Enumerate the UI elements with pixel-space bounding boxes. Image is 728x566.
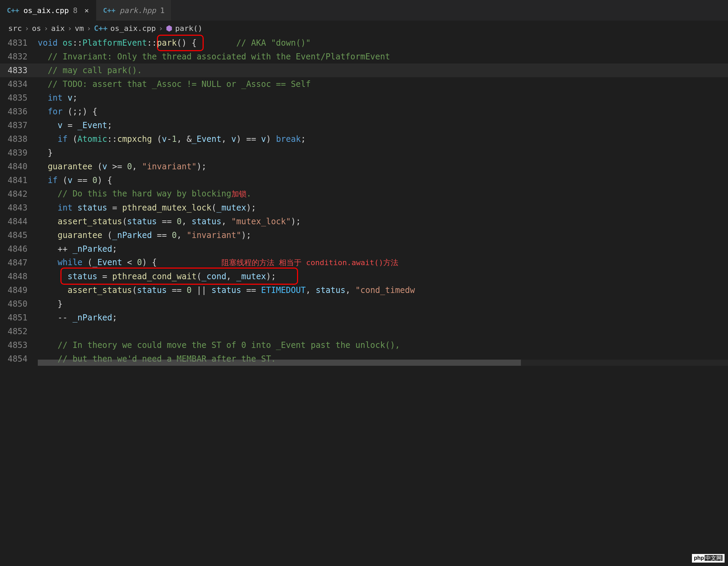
code-line[interactable]: 4843 int status = pthread_mutex_lock(_mu… xyxy=(0,201,728,215)
code-line[interactable]: 4846 ++ _nParked; xyxy=(0,242,728,256)
token: status xyxy=(316,285,345,295)
token: pthread_mutex_lock xyxy=(122,203,212,213)
token: int xyxy=(48,93,68,103)
code-line[interactable]: 4842 // Do this the hard way by blocking… xyxy=(0,187,728,201)
code-content[interactable]: status = pthread_cond_wait(_cond, _mutex… xyxy=(38,272,728,281)
code-line[interactable]: 4840 guarantee (v >= 0, "invariant"); xyxy=(0,160,728,173)
token: ); xyxy=(266,272,276,281)
code-line[interactable]: 4839 } xyxy=(0,146,728,160)
token: // Do this the hard way by blocking xyxy=(58,189,231,199)
code-content[interactable]: // may call park(). xyxy=(38,66,728,75)
code-content[interactable]: ++ _nParked; xyxy=(38,244,728,254)
breadcrumb-segment[interactable]: vm xyxy=(75,24,84,33)
token: if xyxy=(58,134,72,144)
breadcrumb-segment[interactable]: aix xyxy=(51,24,65,33)
code-line[interactable]: 4848 status = pthread_cond_wait(_cond, _… xyxy=(0,270,728,283)
code-content[interactable]: assert_status(status == 0, status, "mute… xyxy=(38,217,728,226)
code-line[interactable]: 4849 assert_status(status == 0 || status… xyxy=(0,283,728,297)
code-content[interactable]: for (;;) { xyxy=(38,107,728,116)
code-content[interactable]: assert_status(status == 0 || status == E… xyxy=(38,285,728,295)
line-number: 4836 xyxy=(0,107,38,116)
token: 1 xyxy=(172,134,177,144)
code-content[interactable]: // In theory we could move the ST of 0 i… xyxy=(38,340,728,350)
code-line[interactable]: 4844 assert_status(status == 0, status, … xyxy=(0,215,728,228)
token: status xyxy=(127,217,157,226)
code-line[interactable]: 4852 xyxy=(0,325,728,338)
breadcrumb-segment[interactable]: src xyxy=(8,24,22,33)
breadcrumb[interactable]: src›os›aix›vm›C++os_aix.cpp›⬢park() xyxy=(0,21,728,36)
code-content[interactable]: if (v == 0) { xyxy=(38,176,728,185)
line-number: 4851 xyxy=(0,313,38,322)
token: , xyxy=(221,217,231,226)
code-content[interactable]: int status = pthread_mutex_lock(_mutex); xyxy=(38,203,728,213)
horizontal-scrollbar[interactable] xyxy=(38,360,728,366)
code-content[interactable]: while (_Event < 0) { 阻塞线程的方法 相当于 conditi… xyxy=(38,258,728,268)
code-content[interactable]: guarantee (v >= 0, "invariant"); xyxy=(38,162,728,171)
code-content[interactable]: } xyxy=(38,299,728,309)
breadcrumb-file[interactable]: os_aix.cpp xyxy=(110,24,156,33)
tab-park-hpp[interactable]: C++park.hpp1 xyxy=(96,0,172,21)
tab-filename: park.hpp xyxy=(120,6,156,15)
token: ( xyxy=(212,203,216,213)
code-line[interactable]: 4834 // TODO: assert that _Assoc != NULL… xyxy=(0,77,728,91)
code-line[interactable]: 4833 // may call park(). xyxy=(0,64,728,77)
code-line[interactable]: 4853 // In theory we could move the ST o… xyxy=(0,338,728,352)
line-number: 4843 xyxy=(0,203,38,213)
token: ); xyxy=(246,203,256,213)
code-content[interactable]: // TODO: assert that _Assoc != NULL or _… xyxy=(38,79,728,89)
token: v xyxy=(231,134,236,144)
line-number: 4835 xyxy=(0,93,38,103)
code-editor[interactable]: 4831void os::PlatformEvent::park() { // … xyxy=(0,36,728,366)
code-content[interactable]: if (Atomic::cmpxchg (v-1, &_Event, v) ==… xyxy=(38,134,728,144)
token: // AKA "down()" xyxy=(236,38,311,48)
code-line[interactable]: 4836 for (;;) { xyxy=(0,105,728,118)
token: _Event xyxy=(192,134,221,144)
code-line[interactable]: 4850 } xyxy=(0,297,728,311)
code-line[interactable]: 4851 -- _nParked; xyxy=(0,311,728,325)
scrollbar-thumb[interactable] xyxy=(38,360,521,366)
code-content[interactable]: // Invariant: Only the thread associated… xyxy=(38,52,728,61)
chevron-right-icon: › xyxy=(87,24,91,33)
code-content[interactable]: v = _Event; xyxy=(38,121,728,130)
code-line[interactable]: 4845 guarantee (_nParked == 0, "invarian… xyxy=(0,228,728,242)
token: == xyxy=(157,217,177,226)
code-line[interactable]: 4832 // Invariant: Only the thread assoc… xyxy=(0,50,728,64)
token: 0 xyxy=(172,230,177,240)
close-icon[interactable]: × xyxy=(84,6,89,15)
token: ); xyxy=(291,217,301,226)
code-content[interactable]: guarantee (_nParked == 0, "invariant"); xyxy=(38,230,728,240)
code-line[interactable]: 4847 while (_Event < 0) { 阻塞线程的方法 相当于 co… xyxy=(0,256,728,270)
code-content[interactable]: } xyxy=(38,148,728,158)
code-content[interactable]: int v; xyxy=(38,93,728,103)
code-content[interactable] xyxy=(38,327,728,336)
line-number: 4839 xyxy=(0,148,38,158)
line-number: 4838 xyxy=(0,134,38,144)
code-content[interactable]: void os::PlatformEvent::park() { // AKA … xyxy=(38,38,728,48)
code-content[interactable]: -- _nParked; xyxy=(38,313,728,322)
line-number: 4831 xyxy=(0,38,38,48)
code-line[interactable]: 4835 int v; xyxy=(0,91,728,105)
token: v xyxy=(68,93,72,103)
line-number: 4847 xyxy=(0,258,38,268)
line-number: 4844 xyxy=(0,217,38,226)
token: - xyxy=(167,134,172,144)
token: == xyxy=(72,176,92,185)
code-line[interactable]: 4831void os::PlatformEvent::park() { // … xyxy=(0,36,728,50)
function-icon: ⬢ xyxy=(166,24,172,33)
code-line[interactable]: 4837 v = _Event; xyxy=(0,118,728,132)
tab-os_aix-cpp[interactable]: C++os_aix.cpp8× xyxy=(0,0,96,21)
code-line[interactable]: 4841 if (v == 0) { xyxy=(0,173,728,187)
token: _mutex xyxy=(216,203,246,213)
token: < xyxy=(122,258,137,267)
token: || xyxy=(192,285,212,295)
code-content[interactable]: // Do this the hard way by blocking加锁. xyxy=(38,189,728,199)
code-line[interactable]: 4838 if (Atomic::cmpxchg (v-1, &_Event, … xyxy=(0,132,728,146)
token: :: xyxy=(147,38,157,48)
breadcrumb-function[interactable]: park() xyxy=(175,24,202,33)
token: == xyxy=(152,230,172,240)
token: assert_status xyxy=(68,285,132,295)
token: status xyxy=(192,217,221,226)
breadcrumb-segment[interactable]: os xyxy=(32,24,41,33)
token: ); xyxy=(196,162,206,171)
token: _nParked xyxy=(72,313,112,322)
